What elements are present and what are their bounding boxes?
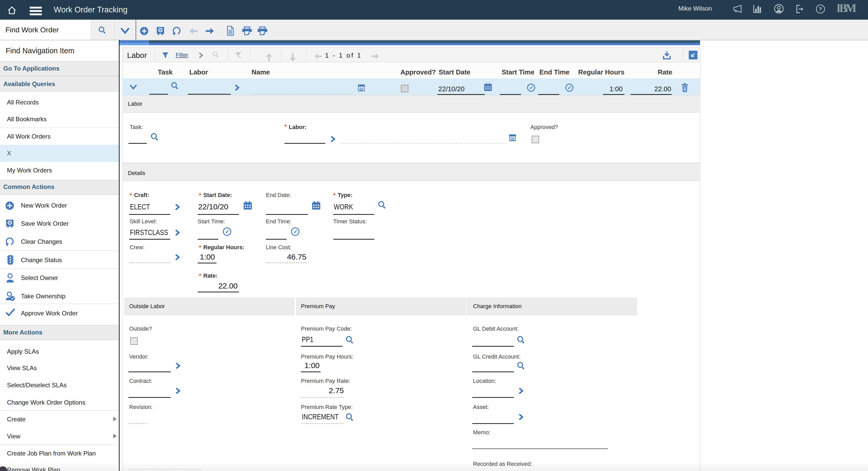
svg-text:?: ? [819,6,822,12]
svg-text:IBM: IBM [837,3,857,13]
